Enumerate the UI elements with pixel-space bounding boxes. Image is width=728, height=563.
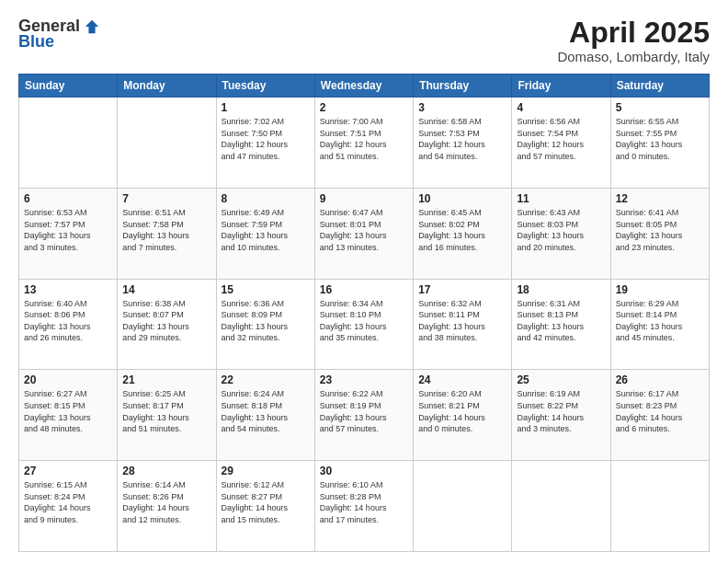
calendar-header-row: SundayMondayTuesdayWednesdayThursdayFrid…: [19, 75, 710, 98]
calendar-cell: 13Sunrise: 6:40 AM Sunset: 8:06 PM Dayli…: [19, 279, 118, 370]
calendar-cell: 27Sunrise: 6:15 AM Sunset: 8:24 PM Dayli…: [19, 461, 118, 552]
logo-blue-text: Blue: [18, 32, 54, 52]
day-number: 23: [320, 373, 408, 386]
day-number: 15: [222, 283, 310, 296]
day-info: Sunrise: 6:25 AM Sunset: 8:17 PM Dayligh…: [122, 388, 210, 434]
day-number: 25: [517, 373, 605, 386]
day-info: Sunrise: 6:32 AM Sunset: 8:11 PM Dayligh…: [418, 298, 506, 344]
calendar-cell: 23Sunrise: 6:22 AM Sunset: 8:19 PM Dayli…: [314, 370, 413, 461]
calendar-cell: 7Sunrise: 6:51 AM Sunset: 7:58 PM Daylig…: [118, 188, 216, 279]
header: General Blue April 2025 Domaso, Lombardy…: [18, 17, 710, 64]
calendar-week-row: 27Sunrise: 6:15 AM Sunset: 8:24 PM Dayli…: [19, 461, 710, 552]
calendar-cell: 11Sunrise: 6:43 AM Sunset: 8:03 PM Dayli…: [512, 188, 610, 279]
day-number: 30: [320, 465, 408, 477]
calendar-cell: 6Sunrise: 6:53 AM Sunset: 7:57 PM Daylig…: [19, 188, 118, 279]
day-number: 10: [418, 192, 506, 205]
calendar-header-thursday: Thursday: [414, 75, 512, 98]
day-info: Sunrise: 6:14 AM Sunset: 8:26 PM Dayligh…: [122, 479, 210, 525]
day-info: Sunrise: 6:10 AM Sunset: 8:28 PM Dayligh…: [320, 479, 408, 525]
day-info: Sunrise: 6:12 AM Sunset: 8:27 PM Dayligh…: [222, 479, 310, 525]
calendar-cell: 30Sunrise: 6:10 AM Sunset: 8:28 PM Dayli…: [314, 461, 413, 552]
calendar-cell: 24Sunrise: 6:20 AM Sunset: 8:21 PM Dayli…: [414, 370, 512, 461]
calendar-header-monday: Monday: [118, 75, 216, 98]
day-info: Sunrise: 6:38 AM Sunset: 8:07 PM Dayligh…: [122, 298, 210, 344]
calendar-cell: [610, 461, 709, 552]
calendar-cell: 15Sunrise: 6:36 AM Sunset: 8:09 PM Dayli…: [216, 279, 314, 370]
day-info: Sunrise: 6:40 AM Sunset: 8:06 PM Dayligh…: [24, 298, 112, 344]
calendar-cell: 10Sunrise: 6:45 AM Sunset: 8:02 PM Dayli…: [414, 188, 512, 279]
day-info: Sunrise: 6:34 AM Sunset: 8:10 PM Dayligh…: [320, 298, 408, 344]
title-location: Domaso, Lombardy, Italy: [557, 49, 710, 64]
day-number: 7: [122, 192, 210, 205]
calendar-cell: 20Sunrise: 6:27 AM Sunset: 8:15 PM Dayli…: [19, 370, 118, 461]
day-info: Sunrise: 6:17 AM Sunset: 8:23 PM Dayligh…: [616, 388, 704, 434]
calendar-week-row: 20Sunrise: 6:27 AM Sunset: 8:15 PM Dayli…: [19, 370, 710, 461]
day-number: 22: [222, 373, 310, 386]
day-info: Sunrise: 6:20 AM Sunset: 8:21 PM Dayligh…: [418, 388, 506, 434]
calendar-cell: 17Sunrise: 6:32 AM Sunset: 8:11 PM Dayli…: [414, 279, 512, 370]
day-info: Sunrise: 7:00 AM Sunset: 7:51 PM Dayligh…: [320, 116, 408, 162]
calendar-cell: 19Sunrise: 6:29 AM Sunset: 8:14 PM Dayli…: [610, 279, 709, 370]
calendar-cell: 29Sunrise: 6:12 AM Sunset: 8:27 PM Dayli…: [216, 461, 314, 552]
day-info: Sunrise: 6:24 AM Sunset: 8:18 PM Dayligh…: [222, 388, 310, 434]
calendar-cell: [414, 461, 512, 552]
calendar-cell: 16Sunrise: 6:34 AM Sunset: 8:10 PM Dayli…: [314, 279, 413, 370]
day-number: 9: [320, 192, 408, 205]
calendar-cell: 28Sunrise: 6:14 AM Sunset: 8:26 PM Dayli…: [118, 461, 216, 552]
day-number: 13: [24, 283, 112, 296]
day-info: Sunrise: 6:53 AM Sunset: 7:57 PM Dayligh…: [24, 207, 112, 253]
day-number: 2: [320, 101, 408, 114]
day-info: Sunrise: 6:41 AM Sunset: 8:05 PM Dayligh…: [616, 207, 704, 253]
calendar-cell: 5Sunrise: 6:55 AM Sunset: 7:55 PM Daylig…: [610, 98, 709, 189]
title-block: April 2025 Domaso, Lombardy, Italy: [557, 17, 710, 64]
day-number: 3: [418, 101, 506, 114]
calendar-header-tuesday: Tuesday: [216, 75, 314, 98]
title-month: April 2025: [557, 17, 710, 49]
day-info: Sunrise: 6:19 AM Sunset: 8:22 PM Dayligh…: [517, 388, 605, 434]
day-info: Sunrise: 6:29 AM Sunset: 8:14 PM Dayligh…: [616, 298, 704, 344]
calendar-cell: [118, 98, 216, 189]
calendar-week-row: 13Sunrise: 6:40 AM Sunset: 8:06 PM Dayli…: [19, 279, 710, 370]
calendar-cell: 3Sunrise: 6:58 AM Sunset: 7:53 PM Daylig…: [414, 98, 512, 189]
day-number: 29: [222, 465, 310, 477]
day-number: 1: [222, 101, 310, 114]
calendar-cell: 8Sunrise: 6:49 AM Sunset: 7:59 PM Daylig…: [216, 188, 314, 279]
day-number: 20: [24, 373, 112, 386]
calendar-cell: 18Sunrise: 6:31 AM Sunset: 8:13 PM Dayli…: [512, 279, 610, 370]
calendar-cell: 14Sunrise: 6:38 AM Sunset: 8:07 PM Dayli…: [118, 279, 216, 370]
calendar-table: SundayMondayTuesdayWednesdayThursdayFrid…: [18, 74, 710, 552]
svg-marker-0: [85, 19, 98, 32]
day-info: Sunrise: 6:49 AM Sunset: 7:59 PM Dayligh…: [222, 207, 310, 253]
day-info: Sunrise: 6:15 AM Sunset: 8:24 PM Dayligh…: [24, 479, 112, 525]
logo-icon: [84, 18, 100, 35]
day-number: 4: [517, 101, 605, 114]
day-info: Sunrise: 6:56 AM Sunset: 7:54 PM Dayligh…: [517, 116, 605, 162]
logo: General Blue: [18, 17, 100, 52]
day-number: 16: [320, 283, 408, 296]
day-info: Sunrise: 6:31 AM Sunset: 8:13 PM Dayligh…: [517, 298, 605, 344]
calendar-cell: 22Sunrise: 6:24 AM Sunset: 8:18 PM Dayli…: [216, 370, 314, 461]
day-info: Sunrise: 6:47 AM Sunset: 8:01 PM Dayligh…: [320, 207, 408, 253]
calendar-cell: 25Sunrise: 6:19 AM Sunset: 8:22 PM Dayli…: [512, 370, 610, 461]
calendar-header-friday: Friday: [512, 75, 610, 98]
day-info: Sunrise: 6:55 AM Sunset: 7:55 PM Dayligh…: [616, 116, 704, 162]
day-number: 6: [24, 192, 112, 205]
calendar-cell: 2Sunrise: 7:00 AM Sunset: 7:51 PM Daylig…: [314, 98, 413, 189]
calendar-cell: 9Sunrise: 6:47 AM Sunset: 8:01 PM Daylig…: [314, 188, 413, 279]
calendar-cell: [512, 461, 610, 552]
day-number: 8: [222, 192, 310, 205]
day-number: 14: [122, 283, 210, 296]
day-info: Sunrise: 6:51 AM Sunset: 7:58 PM Dayligh…: [122, 207, 210, 253]
calendar-week-row: 1Sunrise: 7:02 AM Sunset: 7:50 PM Daylig…: [19, 98, 710, 189]
calendar-cell: 12Sunrise: 6:41 AM Sunset: 8:05 PM Dayli…: [610, 188, 709, 279]
day-info: Sunrise: 6:22 AM Sunset: 8:19 PM Dayligh…: [320, 388, 408, 434]
day-number: 24: [418, 373, 506, 386]
day-info: Sunrise: 6:36 AM Sunset: 8:09 PM Dayligh…: [222, 298, 310, 344]
page: General Blue April 2025 Domaso, Lombardy…: [0, 0, 728, 563]
day-info: Sunrise: 7:02 AM Sunset: 7:50 PM Dayligh…: [222, 116, 310, 162]
calendar-header-sunday: Sunday: [19, 75, 118, 98]
calendar-cell: 26Sunrise: 6:17 AM Sunset: 8:23 PM Dayli…: [610, 370, 709, 461]
calendar-header-saturday: Saturday: [610, 75, 709, 98]
calendar-cell: 1Sunrise: 7:02 AM Sunset: 7:50 PM Daylig…: [216, 98, 314, 189]
day-number: 12: [616, 192, 704, 205]
